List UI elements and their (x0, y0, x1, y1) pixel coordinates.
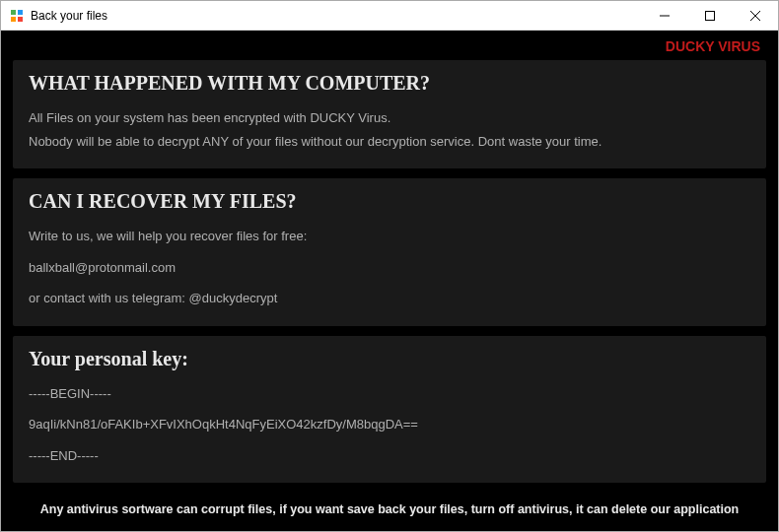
svg-rect-3 (18, 17, 23, 22)
app-icon (9, 8, 25, 24)
svg-rect-1 (18, 10, 23, 15)
section-what-happened: WHAT HAPPENED WITH MY COMPUTER? All File… (13, 60, 766, 168)
minimize-button[interactable] (642, 1, 687, 31)
heading-what-happened: WHAT HAPPENED WITH MY COMPUTER? (29, 72, 750, 95)
what-happened-line1: All Files on your system has been encryp… (29, 108, 750, 128)
recover-line1: Write to us, we will help you recover fi… (29, 227, 750, 246)
content-area: DUCKY VIRUS WHAT HAPPENED WITH MY COMPUT… (1, 31, 778, 531)
key-begin: -----BEGIN----- (29, 384, 750, 404)
close-button[interactable] (733, 1, 778, 31)
what-happened-line2: Nobody will be able to decrypt ANY of yo… (29, 132, 750, 152)
titlebar: Back your files (1, 1, 778, 31)
key-end: -----END----- (29, 446, 750, 466)
app-window: Back your files DUCKY VIRUS WHAT HAPPENE… (0, 0, 779, 532)
svg-rect-5 (706, 11, 715, 20)
svg-rect-2 (11, 17, 16, 22)
svg-rect-0 (11, 10, 16, 15)
key-value: 9aqIi/kNn81/oFAKIb+XFvIXhOqkHt4NqFyEiXO4… (29, 415, 750, 434)
footer-warning: Any antivirus sortware can corrupt files… (13, 493, 766, 528)
section-personal-key: Your personal key: -----BEGIN----- 9aqIi… (13, 336, 766, 484)
virus-banner: DUCKY VIRUS (13, 31, 766, 60)
contact-telegram: or contact with us telegram: @duckydecry… (29, 289, 750, 308)
heading-personal-key: Your personal key: (29, 348, 750, 370)
section-recover: CAN I RECOVER MY FILES? Write to us, we … (13, 178, 766, 326)
contact-email: ballxball@protonmail.com (29, 258, 750, 278)
window-title: Back your files (31, 9, 107, 23)
heading-recover: CAN I RECOVER MY FILES? (29, 190, 750, 213)
maximize-button[interactable] (687, 1, 733, 31)
